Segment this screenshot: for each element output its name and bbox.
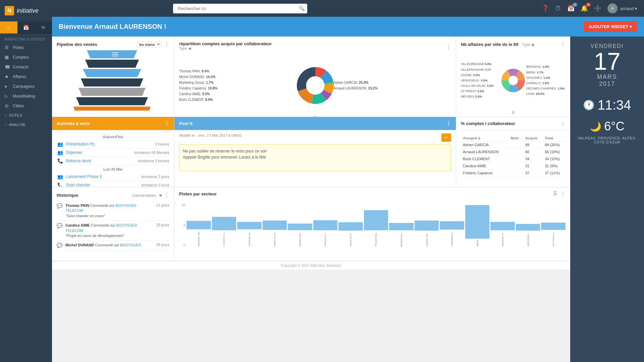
cell-name: Candice AIME — [461, 163, 508, 170]
add-icon-btn[interactable]: ➕ — [594, 5, 601, 12]
sidebar-logo[interactable]: N initiative — [0, 0, 52, 21]
table-row: Arnaud LAURENSON6666 (19%) — [461, 148, 566, 156]
calendar-badge: 3 — [573, 3, 577, 7]
welcome-title: Bienvenue Arnaud LAURENSON ! — [59, 23, 166, 31]
repartition-subtitle: Type ◀ — [179, 46, 272, 51]
search-input[interactable] — [173, 4, 307, 13]
history-icon-btn[interactable]: ⏱ — [555, 5, 561, 12]
activity-link[interactable]: Suivi chantier — [66, 183, 139, 186]
bar — [465, 205, 490, 239]
activity-row: 📞 Suivi chantier échéance 3 jours — [57, 181, 169, 186]
cell-note — [508, 148, 523, 156]
comment-icon: 💬 — [57, 203, 63, 208]
pistes-icon: ☰ — [5, 45, 10, 50]
activity-time: 2 heures — [155, 142, 169, 146]
postit-edit-button[interactable]: ✏ — [441, 133, 451, 142]
bar-label: Interactive 4D-... — [198, 230, 200, 247]
weather-icon: 🌙 — [590, 121, 601, 132]
bar-col: Fabrication d-... — [440, 221, 464, 247]
sidebar-item-cibles[interactable]: ◎ Cibles — [0, 101, 52, 111]
activity-row: 👥 Déjeuner échéance 58 Minutes — [57, 148, 169, 157]
activity-row: 👥 Lancement Phase 3 échéance 2 jours — [57, 173, 169, 181]
add-widget-button[interactable]: AJOUTER WIDGET ▾ — [584, 21, 637, 32]
search-button[interactable]: 🔍 — [299, 6, 305, 11]
welcome-bar: Bienvenue Arnaud LAURENSON ! AJOUTER WID… — [52, 17, 644, 37]
bar-label: Transports e-... — [324, 231, 326, 247]
widgets-row-1: Pipeline des ventes les miens ⋮ — [52, 37, 570, 117]
help-icon-btn[interactable]: ❓ — [542, 5, 549, 12]
bar-col: Edition de lui-... — [263, 221, 287, 247]
historique-menu-btn[interactable]: ⋮ — [164, 192, 169, 198]
legend-item-r: Adrien GARCIA: 25.9% — [334, 80, 451, 85]
pistes-secteur-menu-btn[interactable]: ⋮ — [560, 191, 566, 197]
bar-label: Ingenierie, e-... — [501, 231, 504, 247]
activities-menu-btn[interactable]: ⋮ — [164, 120, 169, 127]
sidebar-group-outils[interactable]: + OUTILS — [0, 111, 52, 120]
historique-row: 💬 Thomas PAIN Commenté sur BOUYGUES TELE… — [57, 201, 169, 221]
activity-link[interactable]: Déjeuner — [66, 150, 131, 155]
nav-mail[interactable]: ✉ — [35, 21, 52, 34]
nb-affaires-widget: Nb affaires par ville ds le 69 Type ◀ ⋮ … — [456, 37, 570, 117]
historique-actions: Commentaires ◀ ⋮ — [132, 192, 169, 198]
sidebar-item-campagnes[interactable]: ♦ Campagnes — [0, 81, 52, 91]
sidebar-item-affaires[interactable]: ★ Affaires — [0, 72, 52, 81]
sidebar-group-analyse[interactable]: + ANALYSE — [0, 120, 52, 129]
activity-link[interactable]: Relance devis — [66, 159, 135, 163]
bell-icon-btn[interactable]: 🔔 4 — [581, 5, 588, 12]
historique-days: 11 jours — [156, 203, 169, 207]
nav-calendar[interactable]: 📅 — [17, 21, 35, 34]
sidebar-item-massmailing[interactable]: ▷ MassMailing — [0, 91, 52, 101]
postit-content: Ne pas oublier de réserver le resto pour… — [179, 144, 451, 171]
pipeline-actions: les miens ⋮ — [137, 41, 169, 48]
city-item: ST PRIEST 3.2% — [461, 88, 500, 94]
cal-location: VALREAS, PROVENCE- ALPES-COTE D'AZUR — [577, 136, 637, 144]
nav-home[interactable]: ⌂ — [0, 21, 17, 34]
bell-badge: 4 — [586, 3, 591, 7]
sidebar-nav-top: ⌂ 📅 ✉ — [0, 21, 52, 34]
bar-col: Activités spe-... — [288, 224, 312, 247]
cell-total: 31 (9%) — [543, 163, 566, 170]
bar-label: -Blank- — [476, 239, 479, 247]
postit-menu-btn[interactable]: ⋮ — [446, 120, 451, 127]
header-user[interactable]: A arnaud ▾ — [607, 3, 637, 13]
legend-item-r: Arnaud LAURENSON: 19.2% — [334, 85, 451, 91]
pipeline-menu-btn[interactable]: ⋮ — [164, 41, 169, 48]
widgets-row-3: Historique Commentaires ◀ ⋮ 💬 Thomas PAI… — [52, 187, 570, 261]
bar-label: Livraison de-... — [426, 231, 428, 247]
sidebar-item-pistes[interactable]: ☰ Pistes — [0, 43, 52, 52]
cell-total: 34 (10%) — [543, 156, 566, 163]
postit-modified: Modifié le - Ven. 17 Mar 2017 à 09h41 — [179, 133, 242, 137]
cell-acquis: 66 — [523, 148, 543, 156]
pct-comptes-menu-btn[interactable]: ⋮ — [560, 120, 566, 127]
col-note: Note — [508, 135, 523, 141]
bar — [541, 223, 566, 230]
plus-icon: + — [5, 113, 7, 117]
sidebar-item-label: MassMailing — [13, 94, 35, 99]
bar — [338, 222, 363, 231]
bar-col: Ingenierie, e-... — [490, 222, 515, 247]
nb-affaires-menu-btn[interactable]: ⋮ — [560, 41, 566, 48]
pistes-secteur-title: Pistes par secteur — [179, 191, 217, 196]
today-label: Aujourd'hui — [57, 135, 169, 139]
activity-link[interactable]: Lancement Phase 3 — [66, 174, 139, 179]
pipeline-filter[interactable]: les miens — [137, 42, 161, 48]
postit-widget: Post It ⋮ Modifié le - Ven. 17 Mar 2017 … — [174, 117, 456, 187]
bar-label: Conseil en s-... — [223, 231, 225, 247]
cal-day-num: 17 — [594, 49, 621, 73]
pistes-lines-icon: ☰ — [553, 191, 557, 197]
cell-acquis: 31 — [523, 163, 543, 170]
calendar-icon-btn[interactable]: 📅 3 — [567, 5, 575, 12]
sidebar-item-contacts[interactable]: ☎ Contacts — [0, 62, 52, 72]
cal-month: Mars — [597, 73, 617, 80]
bar — [212, 217, 236, 230]
time-value: 11:34 — [597, 98, 631, 113]
svg-marker-8 — [76, 97, 148, 105]
y-axis-min: 0 — [179, 243, 185, 247]
repartition-menu-btn[interactable]: ⋮ — [446, 44, 451, 50]
y-axis-max: 10 — [179, 203, 185, 206]
bar-label: hologramme-... — [400, 231, 402, 247]
activity-link[interactable]: Présentation R1 — [66, 142, 152, 146]
city-item: VENISSIEUX: 3.0% — [461, 78, 500, 83]
sidebar-item-comptes[interactable]: ▦ Comptes — [0, 52, 52, 62]
legend-item: Candice AIME: 9.0% — [179, 91, 297, 97]
